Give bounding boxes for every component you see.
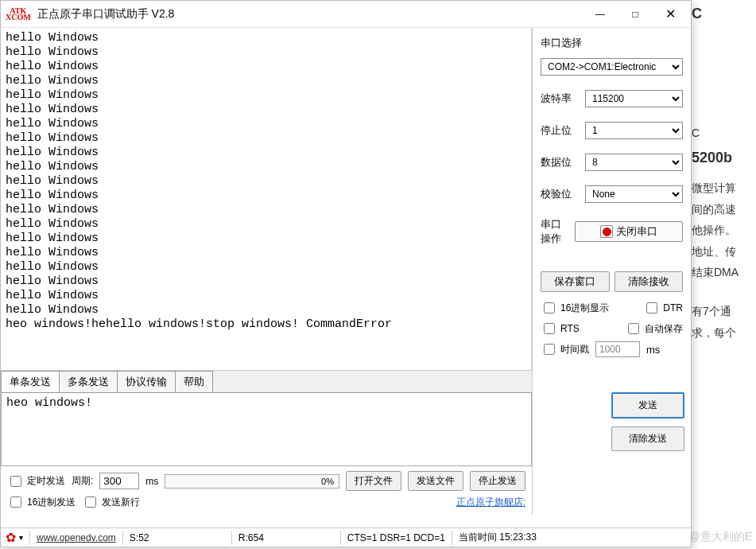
chevron-down-icon[interactable]: ▾ xyxy=(19,533,23,542)
minimize-button[interactable]: — xyxy=(583,2,618,26)
close-port-button[interactable]: 关闭串口 xyxy=(575,221,683,242)
autosave-checkbox[interactable]: 自动保存 xyxy=(625,321,683,337)
close-button[interactable]: ✕ xyxy=(653,2,688,26)
stopbits-select[interactable]: 1 xyxy=(585,122,683,139)
data-label: 数据位 xyxy=(541,155,579,169)
save-window-button[interactable]: 保存窗口 xyxy=(541,271,610,292)
tab-protocol[interactable]: 协议传输 xyxy=(117,371,176,392)
send-file-button[interactable]: 发送文件 xyxy=(408,471,463,491)
op-label: 串口操作 xyxy=(541,217,568,246)
background-page: C C 5200b 微型计算 间的高速 他操作。 地址、传 结束DMA 有7个通… xyxy=(692,0,756,549)
status-signals: CTS=1 DSR=1 DCD=1 xyxy=(347,532,445,543)
tab-multi-send[interactable]: 多条发送 xyxy=(59,371,118,392)
stop-send-button[interactable]: 停止发送 xyxy=(470,471,525,491)
window-title: 正点原子串口调试助手 V2.8 xyxy=(34,7,583,21)
send-button-group: 发送 清除发送 xyxy=(611,392,684,451)
status-received: R:654 xyxy=(238,532,334,543)
clear-send-button[interactable]: 清除发送 xyxy=(611,426,684,451)
baud-label: 波特率 xyxy=(541,92,579,106)
gear-icon[interactable]: ✿ xyxy=(6,530,16,545)
progress-bar: 0% xyxy=(165,474,339,489)
parity-label: 校验位 xyxy=(541,187,579,201)
website-link[interactable]: www.openedv.com xyxy=(37,532,116,543)
clear-receive-button[interactable]: 清除接收 xyxy=(614,271,684,292)
timestamp-checkbox[interactable]: 时间戳 xyxy=(541,341,589,357)
period-unit: ms xyxy=(145,476,158,487)
status-time: 当前时间 15:23:33 xyxy=(459,531,537,544)
port-select[interactable]: COM2->COM1:Electronic xyxy=(541,58,683,76)
tab-single-send[interactable]: 单条发送 xyxy=(1,371,60,392)
dtr-checkbox[interactable]: DTR xyxy=(643,300,683,316)
status-sent: S:52 xyxy=(130,532,225,543)
tab-help[interactable]: 帮助 xyxy=(175,371,213,392)
parity-select[interactable]: None xyxy=(585,185,683,203)
send-button[interactable]: 发送 xyxy=(611,392,684,419)
hex-send-checkbox[interactable]: 16进制发送 xyxy=(7,494,76,510)
hex-display-checkbox[interactable]: 16进制显示 xyxy=(541,300,609,316)
timed-send-checkbox[interactable]: 定时发送 xyxy=(7,473,65,489)
status-bar: ✿ ▾ www.openedv.com S:52 R:654 CTS=1 DSR… xyxy=(1,528,691,547)
maximize-button[interactable]: □ xyxy=(618,2,653,26)
stop-label: 停止位 xyxy=(541,123,579,138)
timestamp-input[interactable] xyxy=(595,341,640,357)
period-label: 周期: xyxy=(72,474,93,488)
app-logo: ATK XCOM xyxy=(1,8,34,21)
baud-select[interactable]: 115200 xyxy=(585,90,683,107)
timestamp-unit: ms xyxy=(646,344,660,356)
databits-select[interactable]: 8 xyxy=(585,154,683,171)
receive-textarea[interactable]: hello Windows hello Windows hello Window… xyxy=(1,28,532,371)
rts-checkbox[interactable]: RTS xyxy=(541,321,580,337)
record-icon xyxy=(600,225,613,238)
send-newline-checkbox[interactable]: 发送新行 xyxy=(82,494,140,510)
titlebar: ATK XCOM 正点原子串口调试助手 V2.8 — □ ✕ xyxy=(1,1,691,28)
port-section-title: 串口选择 xyxy=(541,36,683,50)
shop-link[interactable]: 正点原子旗舰店: xyxy=(456,496,525,509)
period-input[interactable] xyxy=(99,473,139,489)
send-textarea[interactable]: heo windows! xyxy=(1,393,532,466)
send-tabs: 单条发送 多条发送 协议传输 帮助 xyxy=(1,371,532,393)
app-window: ATK XCOM 正点原子串口调试助手 V2.8 — □ ✕ hello Win… xyxy=(0,0,692,547)
open-file-button[interactable]: 打开文件 xyxy=(346,471,401,491)
